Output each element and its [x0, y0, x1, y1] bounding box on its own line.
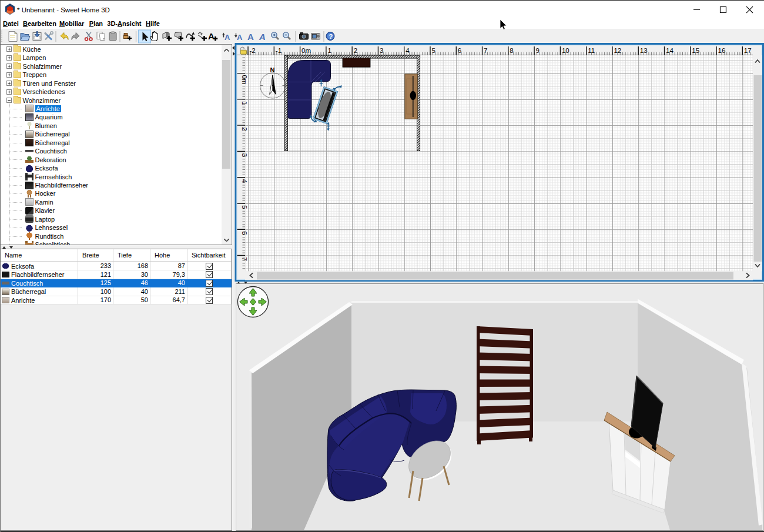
svg-text:?: ?: [329, 33, 333, 40]
svg-text:3: 3: [241, 153, 248, 156]
svg-text:3: 3: [380, 47, 383, 54]
svg-text:9: 9: [536, 47, 540, 54]
svg-text:A: A: [224, 33, 230, 42]
svg-text:7: 7: [241, 257, 248, 261]
svg-text:11: 11: [588, 47, 595, 54]
svg-text:2: 2: [354, 47, 357, 54]
svg-text:1: 1: [241, 101, 248, 105]
svg-text:14: 14: [666, 47, 673, 54]
svg-text:A: A: [237, 33, 243, 42]
svg-text:-2: -2: [250, 47, 256, 54]
svg-text:6: 6: [241, 231, 248, 235]
svg-text:5: 5: [241, 205, 248, 209]
svg-text:N: N: [270, 66, 275, 73]
svg-text:17: 17: [744, 47, 752, 54]
svg-text:A: A: [259, 32, 266, 42]
svg-text:7: 7: [484, 47, 487, 54]
svg-text:2: 2: [241, 127, 248, 131]
svg-text:0m: 0m: [241, 75, 248, 85]
svg-text:10: 10: [562, 47, 569, 54]
svg-text:13: 13: [640, 47, 648, 54]
svg-text:8: 8: [510, 47, 513, 54]
svg-text:12: 12: [614, 47, 621, 54]
svg-text:6: 6: [458, 47, 461, 54]
svg-text:1: 1: [327, 47, 331, 54]
svg-text:15: 15: [692, 47, 699, 54]
svg-text:4: 4: [406, 47, 410, 54]
svg-text:16: 16: [718, 47, 726, 54]
svg-text:A: A: [247, 32, 254, 42]
svg-text:0m: 0m: [301, 47, 311, 54]
svg-text:4: 4: [241, 179, 248, 183]
svg-text:5: 5: [432, 47, 435, 54]
svg-text:-1: -1: [276, 47, 282, 54]
